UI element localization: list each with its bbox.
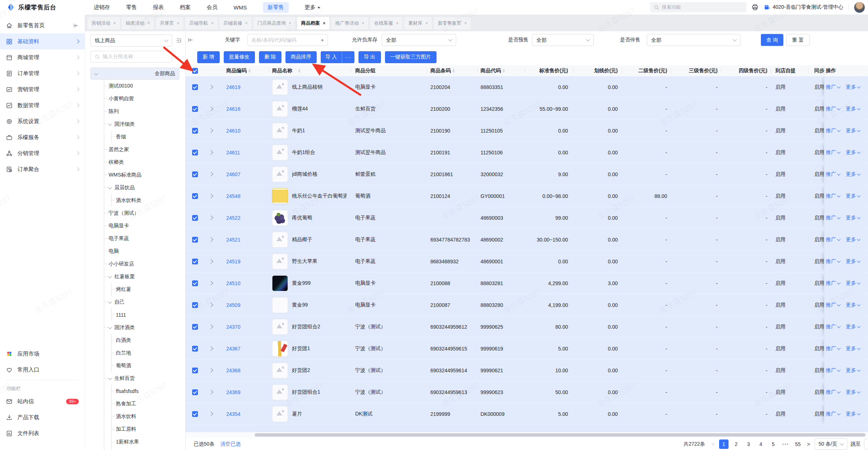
- product-code-link[interactable]: 24509: [226, 302, 240, 308]
- expand-icon[interactable]: [208, 237, 213, 242]
- import-more-button[interactable]: ···: [342, 51, 354, 63]
- reset-button[interactable]: 重 置: [786, 34, 810, 46]
- negative-stock-select[interactable]: 全部: [382, 34, 456, 46]
- tree-item-小小研发店[interactable]: 小小研发店: [104, 258, 185, 270]
- product-code-link[interactable]: 24611: [226, 150, 240, 155]
- tree-item-生鲜百货[interactable]: 生鲜百货: [104, 372, 185, 385]
- prev-page-button[interactable]: <: [710, 441, 716, 447]
- tree-item-居然之家[interactable]: 居然之家: [104, 143, 185, 156]
- tab-11[interactable]: 新零售首页×: [434, 17, 471, 29]
- page-4[interactable]: 4: [756, 439, 766, 449]
- page-size-select[interactable]: 50 条/页: [815, 438, 847, 450]
- expand-icon[interactable]: [208, 412, 213, 416]
- close-icon[interactable]: ×: [113, 21, 116, 26]
- close-icon[interactable]: ×: [323, 21, 325, 26]
- tab-1[interactable]: 营销活动×: [88, 17, 120, 29]
- row-checkbox[interactable]: [192, 106, 198, 112]
- promote-link[interactable]: 推广: [826, 127, 840, 134]
- tree-item-1111[interactable]: 1111: [111, 308, 185, 321]
- jump-page-input[interactable]: [864, 439, 868, 449]
- tree-collapse-icon[interactable]: [187, 37, 194, 43]
- sidebar-item-5[interactable]: 数据管理: [0, 97, 85, 113]
- tree-item-白兰地[interactable]: 白兰地: [111, 346, 185, 359]
- promote-link[interactable]: 推广: [826, 149, 840, 156]
- expand-icon[interactable]: [208, 172, 213, 177]
- expand-icon[interactable]: [208, 368, 213, 373]
- clear-selection-link[interactable]: 清空已选: [220, 441, 241, 447]
- more-link[interactable]: 更多: [846, 149, 860, 156]
- chevron-down-icon[interactable]: [108, 325, 112, 329]
- more-link[interactable]: 更多: [846, 324, 860, 330]
- promote-link[interactable]: 推广: [826, 280, 840, 287]
- more-link[interactable]: 更多: [846, 106, 860, 112]
- tree-item-加工原料[interactable]: 加工原料: [111, 423, 185, 435]
- more-link[interactable]: 更多: [846, 236, 860, 243]
- select-all-checkbox[interactable]: [192, 68, 198, 74]
- product-code-link[interactable]: 24519: [226, 259, 240, 264]
- chevron-down-icon[interactable]: [108, 121, 112, 125]
- row-checkbox[interactable]: [192, 84, 198, 90]
- row-checkbox[interactable]: [192, 237, 198, 243]
- close-icon[interactable]: ×: [396, 21, 398, 26]
- row-checkbox[interactable]: [192, 411, 198, 417]
- promote-link[interactable]: 推广: [826, 302, 840, 308]
- product-code-link[interactable]: 24510: [226, 280, 240, 286]
- promote-link[interactable]: 推广: [826, 411, 840, 417]
- tree-item-宁波（测试）[interactable]: 宁波（测试）: [104, 207, 185, 219]
- tree-item-全部商品[interactable]: 全部商品: [90, 68, 179, 80]
- avatar[interactable]: [854, 2, 865, 13]
- export-button[interactable]: 导 出: [358, 51, 381, 63]
- product-code-link[interactable]: 24548: [226, 193, 240, 199]
- expand-icon[interactable]: [208, 106, 213, 111]
- row-checkbox[interactable]: [192, 368, 198, 373]
- expand-icon[interactable]: [208, 194, 213, 198]
- sidebar-item-4[interactable]: 营销管理: [0, 81, 85, 97]
- page-1[interactable]: 1: [719, 439, 729, 449]
- more-link[interactable]: 更多: [846, 302, 860, 308]
- expand-icon[interactable]: [208, 215, 213, 220]
- more-link[interactable]: 更多: [846, 84, 860, 90]
- tab-5[interactable]: 店铺装修×: [219, 17, 252, 29]
- expand-icon[interactable]: [208, 390, 213, 394]
- nav-item-6[interactable]: WMS: [234, 4, 247, 11]
- tree-item-电脑[interactable]: 电脑: [104, 245, 185, 258]
- row-checkbox[interactable]: [192, 324, 198, 330]
- nav-item-4[interactable]: 档案: [180, 4, 191, 11]
- tree-item-1酒水饮料[interactable]: 1酒水饮料: [111, 448, 185, 450]
- close-icon[interactable]: ×: [147, 21, 150, 26]
- promote-link[interactable]: 推广: [826, 258, 840, 265]
- tree-item-测试00100[interactable]: 测试00100: [104, 80, 185, 92]
- more-link[interactable]: 更多: [846, 127, 860, 134]
- store-switcher[interactable]: 4020-喜临门零食测试-管理中心: [764, 4, 843, 11]
- tree-item-烤红薯[interactable]: 烤红薯: [111, 283, 185, 296]
- tree-item-葡萄酒[interactable]: 葡萄酒: [111, 359, 185, 372]
- close-icon[interactable]: ×: [425, 21, 428, 26]
- tree-item-槟榔类[interactable]: 槟榔类: [104, 156, 185, 169]
- chevron-down-icon[interactable]: [94, 71, 98, 75]
- tree-item-白酒类[interactable]: 白酒类: [111, 334, 185, 346]
- more-link[interactable]: 更多: [846, 193, 860, 199]
- row-checkbox[interactable]: [192, 128, 198, 134]
- tree-item-电脑显卡[interactable]: 电脑显卡: [104, 219, 185, 232]
- product-code-link[interactable]: 24370: [226, 324, 240, 330]
- more-link[interactable]: 更多: [846, 280, 860, 287]
- nav-item-8[interactable]: 更多: [305, 4, 320, 11]
- tree-item-国洋酒类[interactable]: 国洋酒类: [104, 321, 185, 334]
- add-button[interactable]: 新 增: [197, 51, 220, 63]
- tab-10[interactable]: 素材库×: [404, 17, 432, 29]
- product-code-link[interactable]: 24607: [226, 171, 240, 177]
- row-checkbox[interactable]: [192, 171, 198, 177]
- page-3[interactable]: 3: [744, 439, 753, 449]
- promote-link[interactable]: 推广: [826, 193, 840, 199]
- import-button[interactable]: 导 入 ···: [321, 51, 354, 63]
- chevron-down-icon[interactable]: [108, 185, 112, 189]
- sidebar-tool-2[interactable]: 产品下载: [0, 409, 85, 425]
- chevron-down-icon[interactable]: [108, 274, 112, 278]
- more-link[interactable]: 更多: [846, 367, 860, 374]
- tree-item-自己[interactable]: 自己: [104, 296, 185, 308]
- nav-item-5[interactable]: 会员: [207, 4, 218, 11]
- promote-link[interactable]: 推广: [826, 215, 840, 221]
- sort-icon[interactable]: [453, 69, 455, 73]
- stopsale-select[interactable]: 全部: [647, 34, 741, 46]
- plus-icon[interactable]: +: [321, 37, 324, 43]
